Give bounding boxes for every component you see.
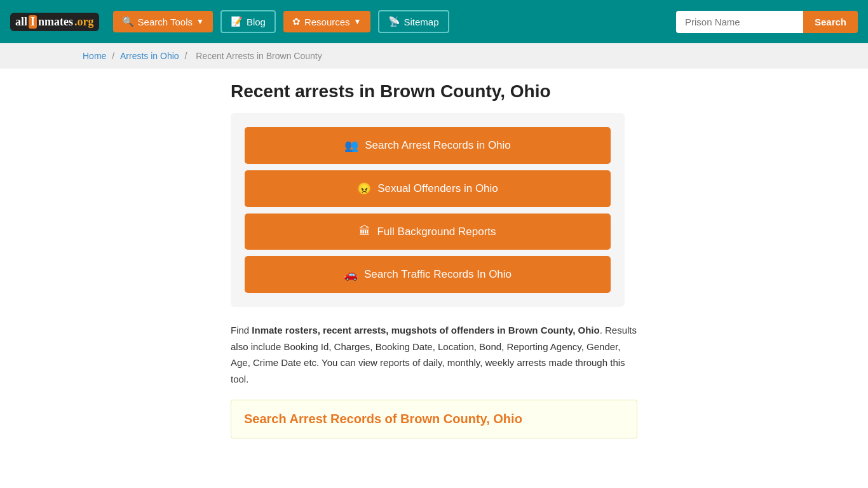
chevron-down-icon-2: ▼	[354, 17, 362, 26]
search-traffic-records-label: Search Traffic Records In Ohio	[364, 268, 512, 281]
prison-name-input[interactable]	[676, 11, 803, 33]
resources-icon: ✿	[292, 16, 301, 27]
header-search-button[interactable]: Search	[803, 11, 858, 33]
logo-all-text: all	[15, 15, 27, 29]
chevron-down-icon: ▼	[196, 17, 204, 26]
sitemap-icon: 📡	[388, 16, 400, 27]
people-icon: 👥	[344, 139, 358, 152]
logo[interactable]: allInmates.org	[10, 13, 99, 31]
search-section-title: Search Arrest Records of Brown County, O…	[244, 412, 624, 426]
blog-label: Blog	[247, 17, 266, 27]
full-background-reports-label: Full Background Reports	[377, 226, 496, 238]
breadcrumb-home[interactable]: Home	[83, 51, 106, 61]
breadcrumb-sep-1: /	[112, 51, 117, 61]
offender-icon: 😠	[357, 182, 371, 196]
search-button-label: Search	[815, 17, 846, 27]
full-background-reports-button[interactable]: 🏛 Full Background Reports	[245, 214, 611, 250]
search-traffic-records-button[interactable]: 🚗 Search Traffic Records In Ohio	[245, 256, 611, 293]
search-arrest-records-label: Search Arrest Records in Ohio	[365, 139, 511, 152]
breadcrumb-sep-2: /	[185, 51, 190, 61]
blog-button[interactable]: 📝 Blog	[220, 10, 276, 33]
search-tools-button[interactable]: 🔍 Search Tools ▼	[113, 11, 213, 32]
blog-icon: 📝	[231, 16, 243, 27]
logo-i-text: I	[29, 15, 37, 29]
logo-dot-org-text: .org	[74, 15, 94, 29]
main-content: Recent arrests in Brown County, Ohio 👥 S…	[148, 69, 720, 464]
breadcrumb-arrests-ohio[interactable]: Arrests in Ohio	[120, 51, 179, 61]
building-icon: 🏛	[359, 225, 370, 238]
page-title: Recent arrests in Brown County, Ohio	[231, 81, 637, 102]
site-header: allInmates.org 🔍 Search Tools ▼ 📝 Blog ✿…	[0, 0, 868, 43]
action-card: 👥 Search Arrest Records in Ohio 😠 Sexual…	[231, 113, 625, 307]
resources-button[interactable]: ✿ Resources ▼	[283, 11, 370, 32]
desc-prefix: Find	[231, 325, 252, 336]
breadcrumb-current: Recent Arrests in Brown County	[196, 51, 322, 61]
sexual-offenders-label: Sexual Offenders in Ohio	[377, 182, 498, 195]
breadcrumb: Home / Arrests in Ohio / Recent Arrests …	[0, 43, 868, 69]
resources-label: Resources	[304, 17, 350, 27]
search-section: Search Arrest Records of Brown County, O…	[231, 400, 637, 438]
search-tools-icon: 🔍	[122, 16, 134, 27]
search-arrest-records-button[interactable]: 👥 Search Arrest Records in Ohio	[245, 127, 611, 164]
sitemap-label: Sitemap	[404, 17, 439, 27]
description-text: Find Inmate rosters, recent arrests, mug…	[231, 322, 637, 387]
desc-bold: Inmate rosters, recent arrests, mugshots…	[252, 325, 599, 336]
car-icon: 🚗	[344, 268, 358, 281]
header-search-area: Search	[676, 11, 858, 33]
logo-nmates-text: nmates	[38, 15, 73, 29]
search-tools-label: Search Tools	[138, 17, 193, 27]
sexual-offenders-button[interactable]: 😠 Sexual Offenders in Ohio	[245, 170, 611, 207]
sitemap-button[interactable]: 📡 Sitemap	[378, 10, 449, 33]
